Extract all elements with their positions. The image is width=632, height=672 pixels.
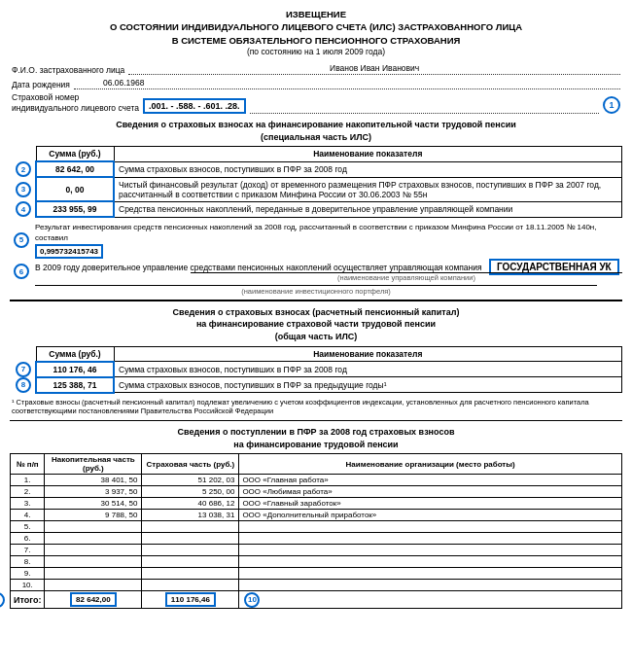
circle-6: 6 <box>14 264 29 279</box>
fio-row: Ф.И.О. застрахованного лица Иванов Иван … <box>10 63 622 75</box>
gov-sub: (наименование управляющей компании) <box>191 272 622 282</box>
row-strah <box>142 545 239 556</box>
section1-table: Сумма (руб.) Наименование показателя 2 8… <box>35 146 622 218</box>
title-line1: ИЗВЕЩЕНИЕ <box>286 9 346 19</box>
gov-row: В 2009 году доверительное управление сре… <box>35 262 622 272</box>
row-org <box>239 521 622 533</box>
col-org: Наименование организации (место работы) <box>239 454 622 475</box>
sum-cell-2: 2 82 642, 00 <box>36 161 114 177</box>
row-strah: 5 250, 00 <box>142 486 239 498</box>
row-nakop <box>45 521 142 533</box>
row-nakop: 9 788, 50 <box>45 510 142 521</box>
table-row: 7. <box>11 545 622 556</box>
gov-company-block: 6 В 2009 году доверительное управление с… <box>10 262 622 282</box>
circle-4: 4 <box>16 201 31 217</box>
col-num: № п/п <box>11 454 45 475</box>
portfolio-line: (наименование инвестиционного портфеля) <box>35 285 597 296</box>
sum-value-3: 0, 00 <box>66 185 85 195</box>
row-num: 1. <box>11 475 45 486</box>
total-nakop-value: 82 642,00 <box>70 592 117 607</box>
section3-title1: Сведения о поступлении в ПФР за 2008 год… <box>178 427 455 437</box>
section1-title1: Сведения о страховых взносах на финансир… <box>116 120 516 129</box>
desc-cell-2: Сумма страховых взносов, поступивших в П… <box>114 161 622 177</box>
dob-row: Дата рождения 06.06.1968 <box>10 78 622 89</box>
table-row: 10. <box>11 580 622 591</box>
desc-cell-7: Сумма страховых взносов, поступивших в П… <box>114 362 622 377</box>
snils-row: Страховой номер индивидуального лицевого… <box>10 92 622 114</box>
row-org <box>239 533 622 545</box>
row-nakop <box>45 533 142 545</box>
portfolio-sub: (наименование инвестиционного портфеля) <box>241 287 391 296</box>
fio-value: Иванов Иван Иванович <box>128 63 620 75</box>
section3-header: Сведения о поступлении в ПФР за 2008 год… <box>10 426 622 450</box>
row-org: ООО «Любимая работа» <box>239 486 622 498</box>
col-nakop: Накопительная часть (руб.) <box>45 454 142 475</box>
row-nakop: 30 514, 50 <box>45 498 142 510</box>
sum-cell-7: 7 110 176, 46 <box>36 362 114 377</box>
title-line3: В СИСТЕМЕ ОБЯЗАТЕЛЬНОГО ПЕНСИОННОГО СТРА… <box>172 35 461 46</box>
row-num: 6. <box>11 533 45 545</box>
sum-value-8: 125 388, 71 <box>53 380 97 390</box>
circle-8: 8 <box>16 377 31 393</box>
table-row: 8. <box>11 556 622 568</box>
separator-line <box>10 420 622 421</box>
circle-3: 3 <box>16 182 31 197</box>
circle-2: 2 <box>16 161 31 177</box>
total-strah-cell: 110 176,46 10 <box>142 591 239 609</box>
totals-label: Итого: <box>14 595 41 605</box>
section1-table-wrapper: Сумма (руб.) Наименование показателя 2 8… <box>10 146 622 218</box>
section3-table: № п/п Накопительная часть (руб.) Страхов… <box>10 453 622 609</box>
col-sum-header: Сумма (руб.) <box>36 147 114 162</box>
row-nakop: 38 401, 50 <box>45 475 142 486</box>
gov-name-center: ГОСУДАРСТВЕННАЯ УК <box>486 262 622 272</box>
table-row: 2 82 642, 00 Сумма страховых взносов, по… <box>36 161 622 177</box>
table-row: 1. 38 401, 50 51 202, 03 ООО «Главная ра… <box>11 475 622 486</box>
row-nakop <box>45 545 142 556</box>
gov-text: В 2009 году доверительное управление сре… <box>35 263 482 272</box>
row-num: 8. <box>11 556 45 568</box>
row-num: 7. <box>11 545 45 556</box>
circle-1: 1 <box>603 96 620 114</box>
sum-cell-3: 3 0, 00 <box>36 177 114 201</box>
sum-cell-4: 4 233 955, 99 <box>36 201 114 217</box>
col-strah: Страховая часть (руб.) <box>142 454 239 475</box>
subtitle: (по состоянию на 1 июля 2009 года) <box>10 47 622 57</box>
table-row: 7 110 176, 46 Сумма страховых взносов, п… <box>36 362 622 377</box>
row-org: ООО «Главный заработок» <box>239 498 622 510</box>
row-org <box>239 556 622 568</box>
result-row: 5 Результат инвестирования средств пенси… <box>10 222 622 259</box>
sum-cell-8: 8 125 388, 71 <box>36 377 114 393</box>
desc-cell-4: Средства пенсионных накоплений, переданн… <box>114 201 622 217</box>
row-num: 4. <box>11 510 45 521</box>
gov-name-wrapper: ГОСУДАРСТВЕННАЯ УК <box>486 262 622 272</box>
total-org-cell <box>239 591 622 609</box>
row-num: 3. <box>11 498 45 510</box>
table-row: 5. <box>11 521 622 533</box>
table-row: 3. 30 514, 50 40 686, 12 ООО «Главный за… <box>11 498 622 510</box>
dob-value: 06.06.1968 <box>74 78 620 89</box>
table-row: 8 125 388, 71 Сумма страховых взносов, п… <box>36 377 622 393</box>
row-nakop: 3 937, 50 <box>45 486 142 498</box>
snils-label: Страховой номер индивидуального лицевого… <box>12 92 139 114</box>
totals-label-cell: 9 Итого: <box>11 591 45 609</box>
circle-9: 9 <box>0 592 5 608</box>
row-num: 9. <box>11 568 45 580</box>
desc-text-7: Сумма страховых взносов, поступивших в П… <box>119 365 347 374</box>
section3-title2: на финансирование трудовой пенсии <box>233 440 398 449</box>
col-desc-header: Наименование показателя <box>114 147 622 162</box>
row-strah: 51 202, 03 <box>142 475 239 486</box>
desc-text-3: Чистый финансовый результат (доход) от в… <box>119 180 601 199</box>
sum-value-2: 82 642, 00 <box>55 164 94 174</box>
section2-title1: Сведения о страховых взносах (расчетный … <box>173 307 460 317</box>
col-desc-header2: Наименование показателя <box>114 346 622 362</box>
section1-header: Сведения о страховых взносах на финансир… <box>10 119 622 143</box>
sum-value-7: 110 176, 46 <box>53 365 97 374</box>
snils-value: .001. - .588. - .601. .28. <box>143 98 246 114</box>
col-sum-header2: Сумма (руб.) <box>36 346 114 362</box>
section2-table: Сумма (руб.) Наименование показателя 7 1… <box>35 346 622 394</box>
row-strah <box>142 568 239 580</box>
total-nakop-cell: 82 642,00 <box>45 591 142 609</box>
title-line4: (по состоянию на 1 июля 2009 года) <box>247 47 385 56</box>
row-strah <box>142 533 239 545</box>
row-strah: 13 038, 31 <box>142 510 239 521</box>
